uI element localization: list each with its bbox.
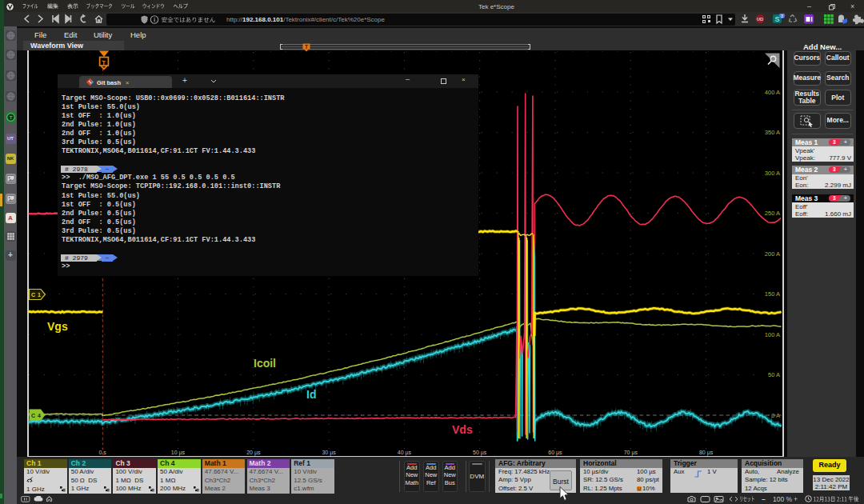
svg-text:UO: UO — [757, 17, 764, 22]
svg-text:T: T — [9, 115, 12, 120]
svg-text:3: 3 — [781, 14, 783, 18]
svg-text:S: S — [774, 15, 779, 23]
svg-text:T: T — [305, 43, 308, 49]
